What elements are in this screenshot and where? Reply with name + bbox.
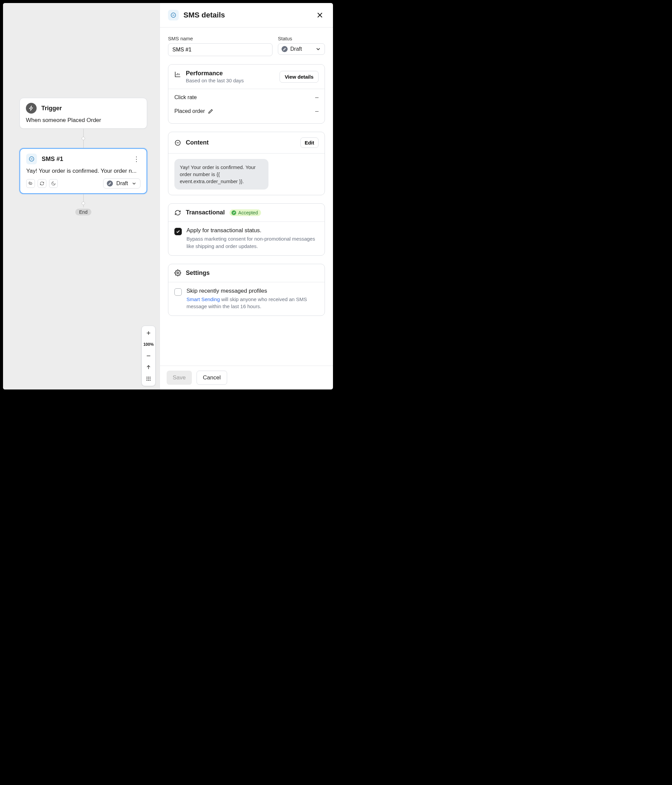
panel-title: SMS details (183, 11, 225, 19)
metric-label: Click rate (174, 94, 197, 100)
zoom-level: 100% (142, 339, 155, 350)
connector (19, 194, 147, 207)
transactional-title: Transactional (186, 209, 225, 216)
edit-metric-icon[interactable] (208, 108, 214, 114)
metric-row: Click rate – (174, 91, 319, 104)
edit-content-button[interactable]: Edit (300, 138, 319, 148)
svg-point-8 (148, 380, 149, 381)
performance-card: Performance Based on the last 30 days Vi… (168, 64, 325, 124)
svg-point-7 (147, 380, 147, 381)
content-card: Content Edit Yay! Your order is confirme… (168, 132, 325, 195)
skip-recent-label: Skip recently messaged profiles (186, 288, 319, 294)
node-status-label: Draft (116, 180, 128, 186)
status-label: Status (278, 36, 325, 41)
svg-point-6 (150, 378, 150, 379)
svg-point-9 (150, 380, 150, 381)
settings-title: Settings (186, 269, 209, 277)
flow-canvas[interactable]: Trigger When someone Placed Order SM (3, 3, 159, 389)
zoom-out-button[interactable] (142, 350, 155, 361)
transactional-card: Transactional Accepted (168, 203, 325, 256)
apply-transactional-desc: Bypass marketing consent for non-promoti… (186, 235, 319, 250)
attachment-icon (26, 179, 35, 188)
metric-label: Placed order (174, 108, 205, 114)
skip-recent-checkbox[interactable] (174, 288, 182, 296)
save-button[interactable]: Save (167, 371, 192, 385)
smart-sending-link[interactable]: Smart Sending (186, 296, 220, 302)
svg-point-2 (148, 377, 149, 378)
chevron-down-icon (315, 46, 321, 52)
metric-value: – (315, 94, 319, 101)
sms-name-input[interactable] (168, 43, 272, 56)
fit-view-button[interactable] (142, 361, 155, 373)
grid-button[interactable] (142, 373, 155, 385)
metric-value: – (315, 108, 319, 114)
bolt-icon (26, 103, 37, 114)
trigger-title: Trigger (41, 105, 62, 112)
accepted-badge: Accepted (230, 210, 261, 216)
gear-icon (174, 269, 181, 276)
transactional-icon (174, 210, 181, 216)
svg-point-1 (147, 377, 147, 378)
settings-card: Settings Skip recently messaged profiles… (168, 264, 325, 316)
sms-name-label: SMS name (168, 36, 272, 41)
details-panel: SMS details SMS name Status (159, 3, 333, 389)
status-select[interactable]: Draft (278, 43, 325, 55)
view-details-button[interactable]: View details (280, 71, 319, 83)
content-title: Content (186, 139, 209, 146)
apply-transactional-checkbox[interactable] (174, 228, 182, 235)
draft-status-icon (281, 46, 288, 52)
sms-node-preview: Yay! Your order is confirmed. Your order… (26, 168, 141, 174)
draft-status-icon (107, 180, 113, 186)
end-chip: End (75, 209, 91, 216)
bar-chart-icon (174, 70, 181, 78)
skip-recent-desc: Smart Sending will skip anyone who recei… (186, 296, 319, 311)
svg-point-3 (150, 377, 150, 378)
node-more-icon[interactable]: ⋮ (132, 156, 141, 162)
zoom-in-button[interactable] (142, 327, 155, 339)
cancel-button[interactable]: Cancel (197, 371, 227, 385)
chevron-down-icon (131, 181, 137, 186)
trigger-description: When someone Placed Order (26, 117, 141, 124)
close-button[interactable] (315, 10, 325, 20)
sms-icon (26, 153, 37, 164)
svg-point-4 (147, 378, 147, 379)
performance-subtitle: Based on the last 30 days (186, 78, 244, 83)
node-status-select[interactable]: Draft (103, 178, 141, 189)
message-preview: Yay! Your order is confirmed. Your order… (174, 159, 269, 189)
connector (19, 129, 147, 148)
trigger-node[interactable]: Trigger When someone Placed Order (19, 98, 147, 129)
sms-icon (168, 10, 179, 20)
status-value: Draft (290, 46, 302, 52)
sms-node-title: SMS #1 (42, 156, 63, 163)
performance-title: Performance (186, 70, 244, 77)
refresh-icon (38, 179, 46, 188)
canvas-controls: 100% (141, 325, 156, 386)
svg-point-5 (148, 378, 149, 379)
svg-point-12 (177, 272, 179, 274)
check-circle-icon (231, 210, 236, 215)
apply-transactional-label: Apply for transactional status. (186, 227, 319, 234)
moon-icon (49, 179, 58, 188)
metric-row: Placed order – (174, 104, 319, 118)
sms-node[interactable]: SMS #1 ⋮ Yay! Your order is confirmed. Y… (19, 148, 147, 194)
message-icon (174, 139, 181, 146)
